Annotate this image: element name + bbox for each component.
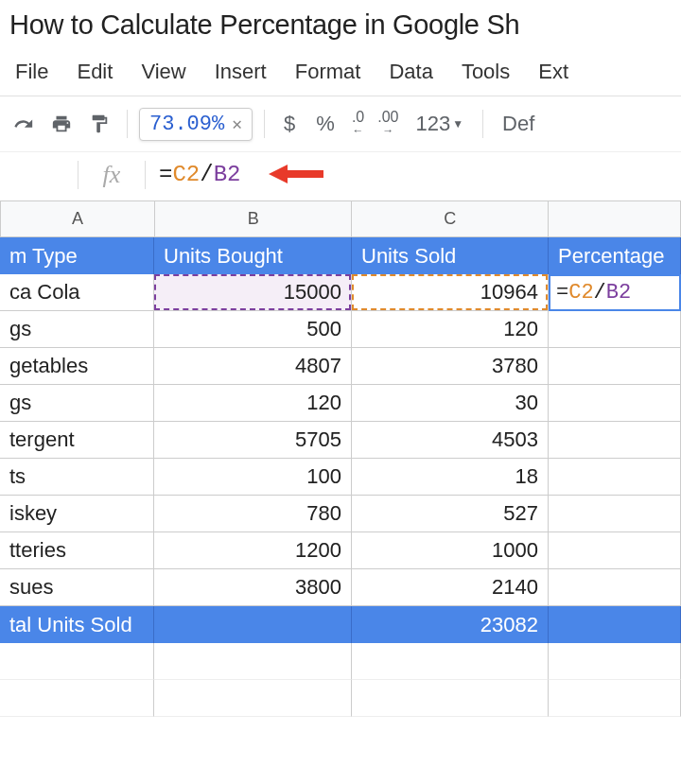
column-header-b[interactable]: B [155, 201, 353, 237]
cell[interactable]: tteries [0, 532, 154, 569]
toolbar-separator [482, 110, 483, 138]
cell[interactable]: 780 [154, 496, 352, 532]
cell[interactable] [549, 385, 681, 422]
cell[interactable] [154, 643, 352, 680]
formula-input[interactable]: =C2/B2 [146, 162, 240, 187]
table-header-row: m Type Units Bought Units Sold Percentag… [0, 237, 681, 274]
table-row: getables 4807 3780 [0, 348, 681, 385]
header-units-sold[interactable]: Units Sold [352, 237, 549, 274]
page-title: How to Calculate Percentage in Google Sh [0, 0, 681, 50]
menu-extensions[interactable]: Ext [529, 56, 578, 88]
formula-c2-ref: C2 [172, 162, 200, 187]
table-row: gs 120 30 [0, 385, 681, 422]
menu-view[interactable]: View [131, 56, 195, 88]
menu-insert[interactable]: Insert [205, 56, 276, 88]
cell[interactable] [154, 680, 352, 717]
cell[interactable] [0, 643, 154, 680]
cell[interactable]: getables [0, 348, 154, 385]
table-row: gs 500 120 [0, 311, 681, 348]
cell[interactable] [549, 348, 681, 385]
paint-format-icon[interactable] [83, 108, 115, 140]
hint-close-icon[interactable]: ✕ [232, 113, 242, 134]
cell[interactable]: tergent [0, 422, 154, 459]
toolbar-separator [264, 110, 265, 138]
equals-sign: = [159, 162, 172, 187]
menu-format[interactable]: Format [286, 56, 371, 88]
increase-decimal-button[interactable]: .00→ [374, 111, 402, 137]
cell[interactable]: 100 [154, 459, 352, 496]
cell[interactable] [549, 643, 681, 680]
menu-tools[interactable]: Tools [452, 56, 519, 88]
cell[interactable]: gs [0, 385, 154, 422]
cell[interactable] [549, 680, 681, 717]
cell[interactable]: 120 [352, 311, 549, 348]
cell[interactable]: 120 [154, 385, 352, 422]
hint-value: 73.09% [149, 113, 224, 136]
cell-b2-referenced[interactable]: 15000 [154, 274, 352, 311]
cell[interactable] [549, 606, 681, 643]
cell[interactable]: 2140 [352, 569, 549, 606]
cell[interactable]: 18 [352, 459, 549, 496]
total-value[interactable]: 23082 [352, 606, 549, 643]
cell[interactable]: 1200 [154, 532, 352, 569]
table-row [0, 680, 681, 717]
total-label[interactable]: tal Units Sold [0, 606, 154, 643]
formula-result-hint: 73.09% ✕ [139, 108, 253, 141]
table-row: ts 100 18 [0, 459, 681, 496]
cell[interactable] [549, 569, 681, 606]
column-header-c[interactable]: C [352, 201, 549, 237]
cell[interactable]: sues [0, 569, 154, 606]
cell[interactable]: 527 [352, 496, 549, 532]
total-row: tal Units Sold 23082 [0, 606, 681, 643]
menu-edit[interactable]: Edit [67, 56, 122, 88]
cell[interactable] [549, 532, 681, 569]
toolbar-separator [127, 110, 128, 138]
cell[interactable] [352, 680, 549, 717]
annotation-arrow-icon [269, 160, 325, 188]
print-icon[interactable] [45, 108, 78, 140]
cell[interactable]: 3780 [352, 348, 549, 385]
table-row: ca Cola 15000 10964 =C2/B2 [0, 274, 681, 311]
cell[interactable]: 500 [154, 311, 352, 348]
slash: / [200, 162, 213, 187]
column-header-d[interactable] [549, 201, 681, 237]
column-headers: A B C [0, 201, 681, 237]
cell[interactable] [549, 496, 681, 532]
currency-format-button[interactable]: $ [276, 112, 303, 136]
toolbar: 73.09% ✕ $ % .0← .00→ 123▼ Def [0, 96, 681, 151]
cell[interactable]: 4503 [352, 422, 549, 459]
cell[interactable] [352, 643, 549, 680]
formula-bar: fx =C2/B2 [0, 151, 681, 197]
cell[interactable]: 5705 [154, 422, 352, 459]
cell[interactable]: ts [0, 459, 154, 496]
cell[interactable]: 4807 [154, 348, 352, 385]
number-format-button[interactable]: 123▼ [408, 112, 471, 136]
table-row: iskey 780 527 [0, 496, 681, 532]
menu-file[interactable]: File [6, 56, 58, 88]
cell[interactable]: ca Cola [0, 274, 154, 311]
cell[interactable]: iskey [0, 496, 154, 532]
cell[interactable] [0, 680, 154, 717]
cell[interactable] [549, 422, 681, 459]
menu-data[interactable]: Data [379, 56, 442, 88]
cell-c2-referenced[interactable]: 10964 [352, 274, 549, 311]
cell[interactable]: 1000 [352, 532, 549, 569]
table-row: tteries 1200 1000 [0, 532, 681, 569]
column-header-a[interactable]: A [1, 201, 155, 237]
header-item-type[interactable]: m Type [0, 237, 154, 274]
cell[interactable]: gs [0, 311, 154, 348]
table-row: sues 3800 2140 [0, 569, 681, 606]
percent-format-button[interactable]: % [308, 112, 342, 136]
cell[interactable] [549, 311, 681, 348]
cell[interactable]: 30 [352, 385, 549, 422]
spreadsheet-grid: A B C m Type Units Bought Units Sold Per… [0, 200, 681, 717]
cell[interactable] [154, 606, 352, 643]
header-percentage[interactable]: Percentage [549, 237, 681, 274]
cell[interactable]: 3800 [154, 569, 352, 606]
font-selector[interactable]: Def [495, 112, 542, 136]
header-units-bought[interactable]: Units Bought [154, 237, 352, 274]
redo-icon[interactable] [8, 108, 40, 140]
cell-editing[interactable]: =C2/B2 [549, 274, 681, 311]
decrease-decimal-button[interactable]: .0← [348, 111, 368, 137]
cell[interactable] [549, 459, 681, 496]
